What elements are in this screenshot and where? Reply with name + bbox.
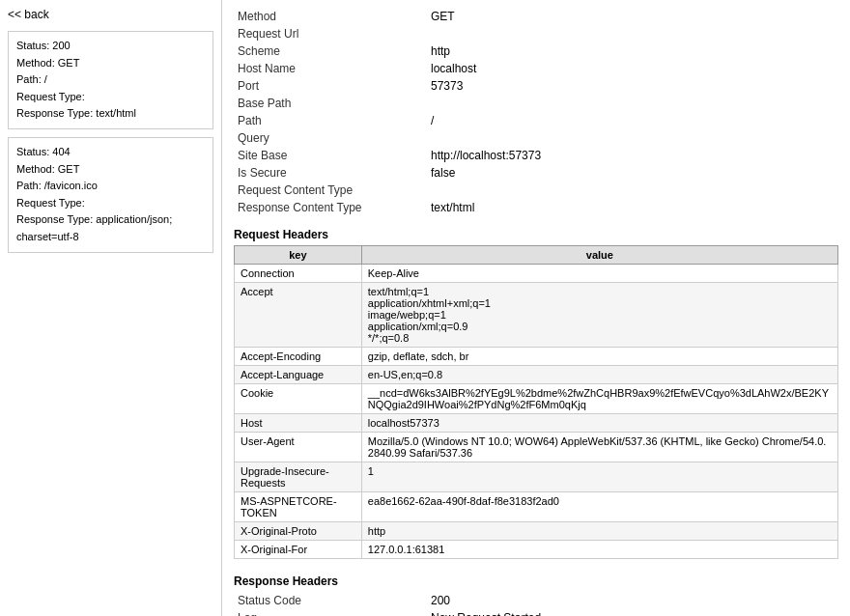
table-row: Cookie__ncd=dW6ks3AlBR%2fYEg9L%2bdme%2fw… xyxy=(235,384,838,414)
right-panel: Method GET Request Url Scheme http Host … xyxy=(222,0,850,616)
col-key: key xyxy=(235,246,362,265)
path-label: Path xyxy=(234,112,427,129)
header-key: X-Original-For xyxy=(235,541,362,559)
response-section: Response Headers Status Code 200 Log New… xyxy=(234,574,838,616)
col-value: value xyxy=(361,246,837,265)
status-code-value: 200 xyxy=(427,592,838,609)
port-value: 57373 xyxy=(427,77,838,95)
card-method-200: Method: GET xyxy=(16,55,205,72)
header-value: en-US,en;q=0.8 xyxy=(361,366,837,384)
site-base-label: Site Base xyxy=(234,147,427,164)
table-row: Hostlocalhost57373 xyxy=(235,414,838,433)
header-value: 127.0.0.1:61381 xyxy=(361,541,837,559)
back-link[interactable]: << back xyxy=(8,8,213,21)
header-key: MS-ASPNETCORE-TOKEN xyxy=(235,492,362,522)
query-value xyxy=(427,129,838,147)
response-content-type-label: Response Content Type xyxy=(234,199,427,216)
header-key: Accept-Encoding xyxy=(235,348,362,366)
is-secure-label: Is Secure xyxy=(234,164,427,182)
table-row: Accepttext/html;q=1 application/xhtml+xm… xyxy=(235,283,838,348)
card-request-type-404: Request Type: xyxy=(16,195,205,212)
header-key: Connection xyxy=(235,265,362,283)
header-value: localhost57373 xyxy=(361,414,837,433)
card-response-type-200: Response Type: text/html xyxy=(16,105,205,123)
header-value: text/html;q=1 application/xhtml+xml;q=1 … xyxy=(361,283,837,348)
request-url-value xyxy=(427,25,838,42)
header-value: __ncd=dW6ks3AlBR%2fYEg9L%2bdme%2fwZhCqHB… xyxy=(361,384,837,414)
log-values: New Request StartedRoot path was called[… xyxy=(427,609,838,616)
header-value: Mozilla/5.0 (Windows NT 10.0; WOW64) App… xyxy=(361,433,837,462)
path-value: / xyxy=(427,112,838,129)
header-key: Upgrade-Insecure-Requests xyxy=(235,462,362,492)
host-name-label: Host Name xyxy=(234,60,427,77)
response-detail-table: Status Code 200 Log New Request StartedR… xyxy=(234,592,838,616)
header-value: ea8e1662-62aa-490f-8daf-f8e3183f2ad0 xyxy=(361,492,837,522)
site-base-value: http://localhost:57373 xyxy=(427,147,838,164)
table-row: User-AgentMozilla/5.0 (Windows NT 10.0; … xyxy=(235,433,838,462)
left-panel: << back Status: 200 Method: GET Path: / … xyxy=(0,0,222,616)
card-status-200: Status: 200 xyxy=(16,38,205,55)
header-value: gzip, deflate, sdch, br xyxy=(361,348,837,366)
is-secure-value: false xyxy=(427,164,838,182)
scheme-label: Scheme xyxy=(234,42,427,60)
card-path-404: Path: /favicon.ico xyxy=(16,178,205,195)
base-path-value xyxy=(427,95,838,112)
method-value: GET xyxy=(427,8,838,25)
response-content-type-value: text/html xyxy=(427,199,838,216)
table-row: X-Original-Protohttp xyxy=(235,522,838,541)
log-line: New Request Started xyxy=(431,611,835,616)
header-key: User-Agent xyxy=(235,433,362,462)
query-label: Query xyxy=(234,129,427,147)
request-headers-section-label: Request Headers xyxy=(234,228,838,241)
card-status-404: Status: 404 xyxy=(16,144,205,161)
request-url-label: Request Url xyxy=(234,25,427,42)
request-headers-table: key value ConnectionKeep-AliveAccepttext… xyxy=(234,245,838,559)
card-response-type-404: Response Type: application/json; charset… xyxy=(16,211,205,245)
header-value: Keep-Alive xyxy=(361,265,837,283)
scheme-value: http xyxy=(427,42,838,60)
base-path-label: Base Path xyxy=(234,95,427,112)
method-label: Method xyxy=(234,8,427,25)
log-label: Log xyxy=(234,609,427,616)
header-key: X-Original-Proto xyxy=(235,522,362,541)
card-path-200: Path: / xyxy=(16,71,205,89)
header-key: Accept-Language xyxy=(235,366,362,384)
table-row: Accept-Languageen-US,en;q=0.8 xyxy=(235,366,838,384)
request-content-type-value xyxy=(427,182,838,199)
request-card-404[interactable]: Status: 404 Method: GET Path: /favicon.i… xyxy=(8,137,213,253)
header-key: Accept xyxy=(235,283,362,348)
header-key: Host xyxy=(235,414,362,433)
table-row: ConnectionKeep-Alive xyxy=(235,265,838,283)
port-label: Port xyxy=(234,77,427,95)
table-row: Upgrade-Insecure-Requests1 xyxy=(235,462,838,492)
table-row: Accept-Encodinggzip, deflate, sdch, br xyxy=(235,348,838,366)
detail-table: Method GET Request Url Scheme http Host … xyxy=(234,8,838,216)
response-headers-label: Response Headers xyxy=(234,574,838,588)
header-value: 1 xyxy=(361,462,837,492)
request-content-type-label: Request Content Type xyxy=(234,182,427,199)
table-row: X-Original-For127.0.0.1:61381 xyxy=(235,541,838,559)
card-method-404: Method: GET xyxy=(16,161,205,179)
request-card-200[interactable]: Status: 200 Method: GET Path: / Request … xyxy=(8,31,213,129)
header-key: Cookie xyxy=(235,384,362,414)
status-code-label: Status Code xyxy=(234,592,427,609)
header-value: http xyxy=(361,522,837,541)
card-request-type-200: Request Type: xyxy=(16,89,205,106)
host-name-value: localhost xyxy=(427,60,838,77)
table-row: MS-ASPNETCORE-TOKENea8e1662-62aa-490f-8d… xyxy=(235,492,838,522)
